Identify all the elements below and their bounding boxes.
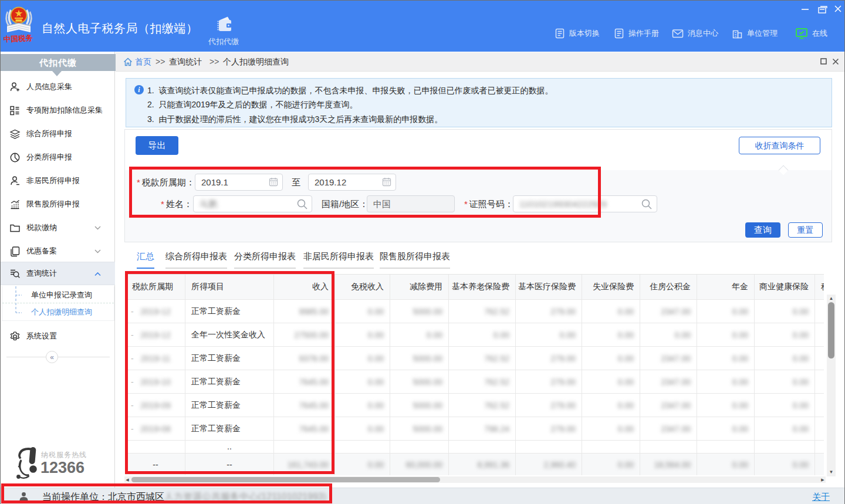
svg-text:中国税务: 中国税务 bbox=[4, 34, 33, 43]
